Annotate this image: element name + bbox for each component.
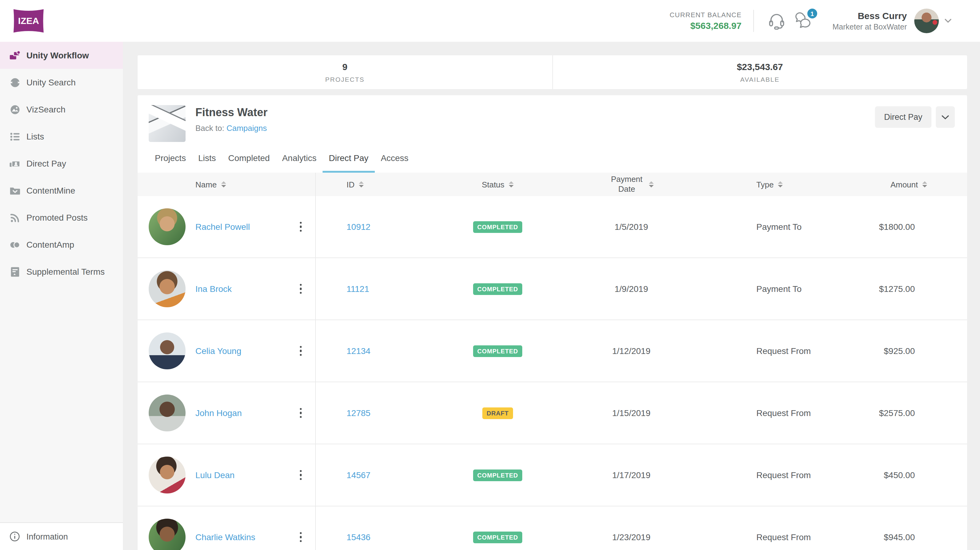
creator-name-link[interactable]: Rachel Powell — [196, 222, 250, 232]
sidebar-item-information[interactable]: Information — [0, 522, 123, 550]
kebab-menu-icon[interactable] — [297, 468, 304, 483]
sidebar-item-promoted-posts[interactable]: Promoted Posts — [0, 204, 123, 231]
sidebar-item-label: ContentAmp — [26, 240, 74, 249]
information-label: Information — [26, 532, 68, 541]
campaign-thumbnail — [149, 105, 186, 142]
campaign-card: Fitness Water Back to: Campaigns Direct … — [138, 95, 967, 550]
header-divider — [753, 10, 754, 32]
stats-card: 9 PROJECTS $23,543.67 AVAILABLE — [138, 55, 967, 89]
contentamp-icon — [9, 239, 21, 250]
user-info: Bess Curry Marketer at BoxWater — [832, 10, 907, 31]
payment-id-link[interactable]: 15436 — [347, 532, 371, 542]
kebab-menu-icon[interactable] — [297, 281, 304, 297]
sidebar-item-label: VizSearch — [26, 104, 65, 114]
tab-access[interactable]: Access — [374, 151, 414, 173]
payment-type: Request From — [697, 320, 832, 382]
column-header-type[interactable]: Type — [697, 173, 832, 196]
tab-analytics[interactable]: Analytics — [276, 151, 323, 173]
status-badge: COMPLETED — [473, 345, 523, 357]
creator-avatar — [149, 395, 186, 431]
column-header-amount[interactable]: Amount — [832, 173, 967, 196]
status-badge: COMPLETED — [473, 221, 523, 233]
promoted-posts-icon — [9, 212, 21, 223]
payment-date: 1/9/2019 — [565, 258, 697, 320]
projects-count: 9 — [342, 61, 347, 72]
sidebar-item-label: Promoted Posts — [26, 213, 88, 222]
payment-date: 1/23/2019 — [565, 506, 697, 550]
payment-date: 1/15/2019 — [565, 382, 697, 444]
kebab-menu-icon[interactable] — [297, 530, 304, 545]
info-icon — [9, 531, 21, 542]
direct-pay-dropdown-button[interactable] — [936, 106, 955, 128]
creator-avatar — [149, 332, 186, 369]
table-row: Charlie Watkins 15436 COMPLETED 1/23/201… — [138, 506, 967, 550]
sidebar-item-supplemental-terms[interactable]: Supplemental Terms — [0, 258, 123, 285]
payment-id-link[interactable]: 10912 — [347, 222, 371, 232]
payment-id-link[interactable]: 12785 — [347, 408, 371, 418]
creator-avatar — [149, 208, 186, 245]
payment-id-link[interactable]: 14567 — [347, 470, 371, 480]
campaigns-link[interactable]: Campaigns — [226, 124, 267, 133]
projects-label: PROJECTS — [325, 76, 364, 83]
table-header: Name ID Status Payment Date Type — [138, 173, 967, 196]
status-badge: DRAFT — [482, 407, 513, 419]
payment-type: Request From — [697, 382, 832, 444]
chevron-down-icon — [941, 115, 949, 120]
tab-direct-pay[interactable]: Direct Pay — [323, 151, 374, 173]
tab-completed[interactable]: Completed — [222, 151, 276, 173]
creator-name-link[interactable]: Celia Young — [196, 346, 242, 356]
campaign-title: Fitness Water — [196, 106, 267, 119]
payment-amount: $925.00 — [832, 320, 967, 382]
sidebar-item-direct-pay[interactable]: Direct Pay — [0, 150, 123, 177]
payment-amount: $1800.00 — [832, 196, 967, 257]
sort-icon — [922, 181, 927, 187]
sidebar: Unity Workflow Unity Search VizSearch — [0, 42, 123, 550]
payment-amount: $2575.00 — [832, 382, 967, 444]
payment-id-link[interactable]: 11121 — [347, 284, 369, 294]
sidebar-item-lists[interactable]: Lists — [0, 123, 123, 150]
tab-projects[interactable]: Projects — [149, 151, 192, 173]
user-menu-chevron-icon[interactable] — [944, 18, 952, 23]
tab-lists[interactable]: Lists — [192, 151, 222, 173]
direct-pay-icon — [9, 158, 21, 169]
creator-avatar — [149, 519, 186, 550]
izea-logo-text: IZEA — [18, 16, 39, 26]
sort-icon — [359, 181, 364, 187]
breadcrumb: Back to: Campaigns — [196, 124, 267, 133]
payment-type: Payment To — [697, 196, 832, 257]
column-header-name[interactable]: Name — [138, 173, 316, 196]
supplemental-terms-icon — [9, 266, 21, 277]
user-avatar[interactable] — [914, 9, 939, 33]
creator-name-link[interactable]: John Hogan — [196, 408, 242, 418]
kebab-menu-icon[interactable] — [297, 344, 304, 359]
creator-name-link[interactable]: Lulu Dean — [196, 470, 235, 480]
sidebar-item-vizsearch[interactable]: VizSearch — [0, 96, 123, 123]
available-label: AVAILABLE — [740, 76, 780, 83]
payment-id-link[interactable]: 12134 — [347, 346, 371, 356]
sidebar-item-unity-workflow[interactable]: Unity Workflow — [0, 42, 123, 69]
top-header: IZEA CURRENT BALANCE $563,268.97 — [0, 0, 980, 42]
sidebar-item-contentamp[interactable]: ContentAmp — [0, 231, 123, 258]
payment-amount: $1275.00 — [832, 258, 967, 320]
contentmine-icon — [9, 185, 21, 196]
messages-icon[interactable]: 1 — [794, 12, 813, 30]
kebab-menu-icon[interactable] — [297, 406, 304, 421]
column-header-id[interactable]: ID — [316, 173, 430, 196]
sort-icon — [778, 181, 783, 187]
creator-name-link[interactable]: Ina Brock — [196, 284, 232, 294]
kebab-menu-icon[interactable] — [297, 219, 304, 234]
payment-date: 1/12/2019 — [565, 320, 697, 382]
column-header-status[interactable]: Status — [430, 173, 565, 196]
balance-label: CURRENT BALANCE — [670, 11, 741, 18]
sidebar-item-unity-search[interactable]: Unity Search — [0, 69, 123, 96]
direct-pay-button[interactable]: Direct Pay — [875, 106, 931, 128]
creator-name-link[interactable]: Charlie Watkins — [196, 532, 255, 542]
payment-amount: $450.00 — [832, 444, 967, 506]
lists-icon — [9, 131, 21, 142]
sidebar-item-contentmine[interactable]: ContentMine — [0, 177, 123, 204]
izea-logo[interactable]: IZEA — [12, 7, 45, 35]
column-header-payment-date[interactable]: Payment Date — [565, 173, 697, 196]
sidebar-item-label: Lists — [26, 132, 44, 141]
table-row: Celia Young 12134 COMPLETED 1/12/2019 Re… — [138, 320, 967, 382]
support-headset-icon[interactable] — [767, 12, 786, 30]
